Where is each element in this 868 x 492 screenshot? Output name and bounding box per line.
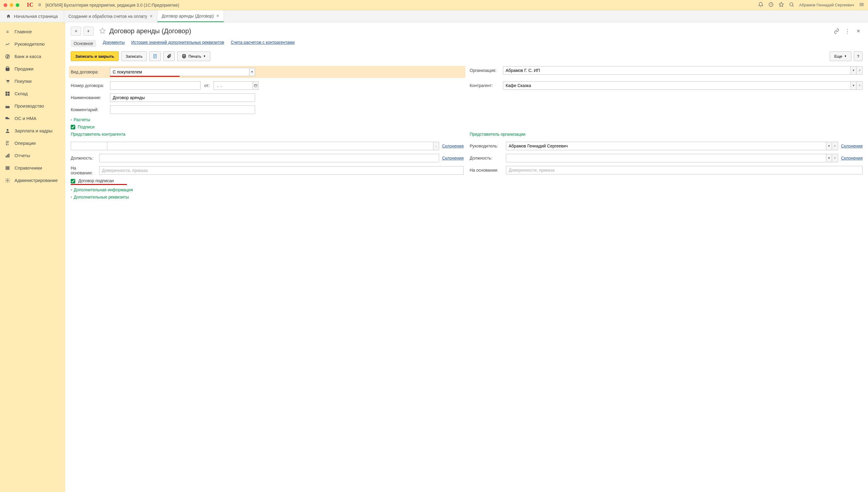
- main-menu-icon[interactable]: ≡: [38, 2, 42, 8]
- bell-icon[interactable]: [758, 2, 764, 8]
- ctr-input[interactable]: [503, 81, 850, 90]
- open-icon[interactable]: ↗: [857, 81, 863, 90]
- sidebar-item-reports[interactable]: Отчеты: [0, 149, 65, 162]
- row-comment: Комментарий:: [71, 105, 255, 114]
- tab-contract[interactable]: Договор аренды (Договор) ✕: [157, 10, 224, 22]
- org-pos-input[interactable]: [506, 154, 826, 162]
- sidebar-item-hr[interactable]: Зарплата и кадры: [0, 124, 65, 137]
- declension-link[interactable]: Склонения: [841, 156, 863, 161]
- dropdown-icon[interactable]: ▼: [850, 66, 857, 75]
- sidebar-item-warehouse[interactable]: Склад: [0, 87, 65, 100]
- history-icon[interactable]: [768, 2, 774, 8]
- sidebar-item-purchases[interactable]: Покупки: [0, 75, 65, 87]
- declension-link[interactable]: Склонения: [442, 144, 464, 148]
- open-icon[interactable]: ↗: [857, 66, 863, 75]
- window-title: [КОПИЯ] Бухгалтерия предприятия, редакци…: [46, 3, 758, 7]
- lead-label: Руководитель:: [470, 144, 503, 148]
- signed-checkbox[interactable]: [71, 179, 75, 183]
- date-input[interactable]: [214, 81, 253, 90]
- chevron-right-icon: ›: [71, 188, 72, 192]
- more-button[interactable]: Еще▼: [829, 51, 851, 61]
- svg-point-9: [8, 82, 9, 83]
- minimize-window-icon[interactable]: [10, 3, 13, 7]
- svg-rect-34: [254, 84, 257, 87]
- svg-rect-21: [7, 166, 8, 170]
- section-addinfo[interactable]: ›Дополнительная информация: [71, 187, 863, 192]
- sidebar-item-label: Отчеты: [15, 153, 30, 158]
- section-label: Подписи: [78, 124, 95, 129]
- books-icon: [5, 165, 10, 171]
- close-icon[interactable]: ✕: [150, 14, 153, 19]
- sidebar-item-assets[interactable]: ОС и НМА: [0, 112, 65, 124]
- titlebar: 1C ≡ [КОПИЯ] Бухгалтерия предприятия, ре…: [0, 0, 868, 10]
- form-icon-button[interactable]: [149, 51, 161, 61]
- sidebar-item-production[interactable]: Производство: [0, 100, 65, 112]
- save-close-button[interactable]: Записать и закрыть: [71, 51, 119, 61]
- num-input[interactable]: [110, 81, 201, 90]
- open-icon[interactable]: ↗: [832, 142, 838, 150]
- user-name[interactable]: Абрамов Геннадий Сергеевич: [799, 3, 854, 7]
- svg-rect-10: [5, 92, 7, 93]
- attach-button[interactable]: [163, 51, 175, 61]
- lead-input[interactable]: [506, 142, 826, 150]
- section-calc[interactable]: ›Расчеты: [71, 117, 863, 122]
- sidebar-item-refs[interactable]: Справочники: [0, 162, 65, 174]
- section-signatures[interactable]: Подписи: [71, 124, 863, 129]
- kind-input[interactable]: [110, 68, 249, 76]
- dropdown-icon[interactable]: ▼: [826, 154, 832, 162]
- help-button[interactable]: ?: [854, 51, 863, 61]
- more-icon[interactable]: ⋮: [843, 27, 852, 35]
- more-label: Еще: [834, 54, 842, 59]
- name-input[interactable]: [110, 93, 255, 102]
- sidebar-item-bank[interactable]: Банк и касса: [0, 50, 65, 63]
- signatures-checkbox[interactable]: [71, 125, 75, 129]
- dropdown-icon[interactable]: ▼: [826, 142, 832, 150]
- row-ctr-position: Должность: Склонения: [71, 153, 464, 163]
- ctr-basis-input[interactable]: [99, 166, 464, 175]
- num-label: Номер договора:: [71, 83, 107, 88]
- sidebar-item-sales[interactable]: Продажи: [0, 63, 65, 75]
- star-icon[interactable]: [778, 2, 784, 8]
- org-input[interactable]: [503, 66, 850, 75]
- pill-accounts[interactable]: Счета расчетов с контрагентами: [231, 40, 295, 47]
- org-basis-input[interactable]: [506, 166, 863, 174]
- open-icon[interactable]: ↗: [832, 154, 838, 162]
- dropdown-icon[interactable]: ▼: [850, 81, 857, 90]
- back-button[interactable]: [71, 27, 81, 36]
- section-label: Расчеты: [74, 117, 90, 122]
- sidebar-item-label: Продажи: [15, 66, 33, 71]
- declension-link[interactable]: Склонения: [841, 144, 863, 148]
- close-icon[interactable]: ✕: [854, 27, 863, 35]
- pill-main[interactable]: Основное: [71, 40, 96, 47]
- close-icon[interactable]: ✕: [216, 14, 219, 18]
- maximize-window-icon[interactable]: [16, 3, 19, 7]
- favorite-icon[interactable]: [99, 27, 106, 35]
- truck-icon: [5, 116, 10, 121]
- section-addreq[interactable]: ›Дополнительные реквизиты: [71, 195, 863, 199]
- section-tabs: Основное Документы История значений допо…: [71, 40, 863, 47]
- print-button[interactable]: Печать▼: [177, 51, 210, 61]
- declension-link[interactable]: Склонения: [442, 156, 464, 161]
- settings-menu-icon[interactable]: [859, 2, 864, 8]
- home-tab[interactable]: Начальная страница: [0, 10, 64, 22]
- pill-history[interactable]: История значений дополнительных реквизит…: [131, 40, 224, 47]
- save-button[interactable]: Записать: [121, 51, 147, 61]
- link-icon[interactable]: [832, 27, 841, 35]
- sidebar-item-main[interactable]: ≡Главное: [0, 25, 65, 38]
- ctr-name-input[interactable]: [107, 142, 433, 150]
- comment-input[interactable]: [110, 105, 255, 114]
- sidebar-item-admin[interactable]: Администрирование: [0, 174, 65, 187]
- ctr-pos-input[interactable]: [99, 154, 439, 162]
- dropdown-icon[interactable]: ▼: [249, 68, 255, 76]
- tab-invoices[interactable]: Создание и обработка счетов на оплату ✕: [64, 10, 157, 22]
- close-window-icon[interactable]: [4, 3, 7, 7]
- calendar-icon[interactable]: [253, 81, 259, 90]
- forward-button[interactable]: [83, 27, 94, 36]
- window-controls[interactable]: [4, 3, 19, 7]
- row-org-basis: На основании:: [470, 166, 863, 175]
- ellipsis-icon[interactable]: …: [433, 142, 439, 150]
- sidebar-item-manager[interactable]: Руководителю: [0, 38, 65, 50]
- pill-docs[interactable]: Документы: [103, 40, 125, 47]
- sidebar-item-operations[interactable]: ДтКтОперации: [0, 137, 65, 149]
- search-icon[interactable]: [789, 2, 794, 8]
